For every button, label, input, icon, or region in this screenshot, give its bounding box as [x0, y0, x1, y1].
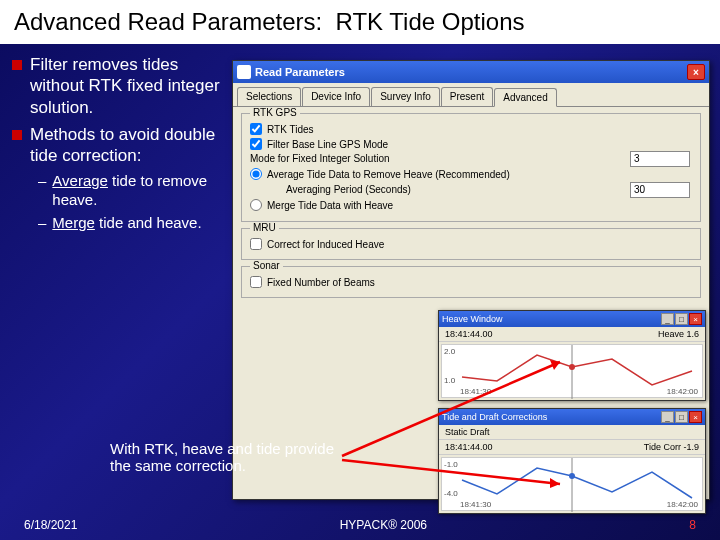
dialog-titlebar[interactable]: Read Parameters × [233, 61, 709, 83]
bullet-1: Filter removes tides without RTK fixed i… [30, 54, 222, 118]
mode-input[interactable] [630, 151, 690, 167]
heave-titlebar[interactable]: Heave Window _ □ × [439, 311, 705, 327]
bullet-icon [12, 60, 22, 70]
chk-filter-base-label: Filter Base Line GPS Mode [267, 139, 388, 150]
callout-text: With RTK, heave and tide provide the sam… [110, 440, 340, 475]
chk-filter-base[interactable] [250, 138, 262, 150]
slide-title: Advanced Read Parameters: RTK Tide Optio… [0, 0, 720, 44]
minimize-icon[interactable]: _ [661, 313, 674, 325]
group-rtk-gps: RTK GPS RTK Tides Filter Base Line GPS M… [241, 113, 701, 222]
tide-chart: -1.0 -4.0 18:41:30 18:42:00 [441, 457, 703, 511]
chk-fixed-beams[interactable] [250, 276, 262, 288]
svg-point-1 [569, 364, 575, 370]
chk-induced-heave[interactable] [250, 238, 262, 250]
group-mru: MRU Correct for Induced Heave [241, 228, 701, 260]
left-text-column: Filter removes tides without RTK fixed i… [12, 54, 222, 237]
tide-time: 18:41:44.00 [445, 442, 493, 452]
chk-fixed-beams-label: Fixed Number of Beams [267, 277, 375, 288]
avg-period-label: Averaging Period (Seconds) [286, 184, 411, 195]
tide-value: Tide Corr -1.9 [644, 442, 699, 452]
group-label: Sonar [250, 260, 283, 271]
maximize-icon[interactable]: □ [675, 411, 688, 423]
close-icon[interactable]: × [689, 313, 702, 325]
tab-present[interactable]: Present [441, 87, 493, 106]
tab-advanced[interactable]: Advanced [494, 88, 556, 107]
opt-merge[interactable] [250, 199, 262, 211]
footer-date: 6/18/2021 [24, 518, 77, 532]
avg-period-input[interactable] [630, 182, 690, 198]
heave-window: Heave Window _ □ × 18:41:44.00 Heave 1.6… [438, 310, 706, 401]
heave-title: Heave Window [442, 314, 503, 324]
tide-draft-window: Tide and Draft Corrections _ □ × Static … [438, 408, 706, 514]
footer-page: 8 [689, 518, 696, 532]
group-label: RTK GPS [250, 107, 300, 118]
dash-icon: – [38, 172, 46, 210]
mode-label: Mode for Fixed Integer Solution [250, 153, 390, 164]
tide-line [442, 458, 702, 512]
opt-average[interactable] [250, 168, 262, 180]
tab-selections[interactable]: Selections [237, 87, 301, 106]
group-sonar: Sonar Fixed Number of Beams [241, 266, 701, 298]
tide-titlebar[interactable]: Tide and Draft Corrections _ □ × [439, 409, 705, 425]
chk-induced-heave-label: Correct for Induced Heave [267, 239, 384, 250]
opt-average-label: Average Tide Data to Remove Heave (Recom… [267, 169, 510, 180]
footer-center: HYPACK® 2006 [340, 518, 427, 532]
sub-1: Average tide to remove heave. [52, 172, 222, 210]
minimize-icon[interactable]: _ [661, 411, 674, 423]
heave-time: 18:41:44.00 [445, 329, 493, 339]
sub-2: Merge tide and heave. [52, 214, 201, 233]
close-icon[interactable]: × [687, 64, 705, 80]
slide-footer: 6/18/2021 HYPACK® 2006 8 [0, 518, 720, 532]
dash-icon: – [38, 214, 46, 233]
heave-value: Heave 1.6 [658, 329, 699, 339]
close-icon[interactable]: × [689, 411, 702, 423]
heave-chart: 2.0 1.0 18:41:30 18:42:00 [441, 344, 703, 398]
tab-survey-info[interactable]: Survey Info [371, 87, 440, 106]
app-icon [237, 65, 251, 79]
group-label: MRU [250, 222, 279, 233]
heave-line [442, 345, 702, 399]
bullet-2: Methods to avoid double tide correction: [30, 124, 222, 167]
dialog-title: Read Parameters [255, 66, 345, 78]
tab-strip: Selections Device Info Survey Info Prese… [233, 83, 709, 107]
chk-rtk-tides[interactable] [250, 123, 262, 135]
maximize-icon[interactable]: □ [675, 313, 688, 325]
svg-point-3 [569, 473, 575, 479]
bullet-icon [12, 130, 22, 140]
static-draft-label: Static Draft [445, 427, 490, 437]
opt-merge-label: Merge Tide Data with Heave [267, 200, 393, 211]
chk-rtk-tides-label: RTK Tides [267, 124, 314, 135]
tab-device-info[interactable]: Device Info [302, 87, 370, 106]
tide-title: Tide and Draft Corrections [442, 412, 547, 422]
